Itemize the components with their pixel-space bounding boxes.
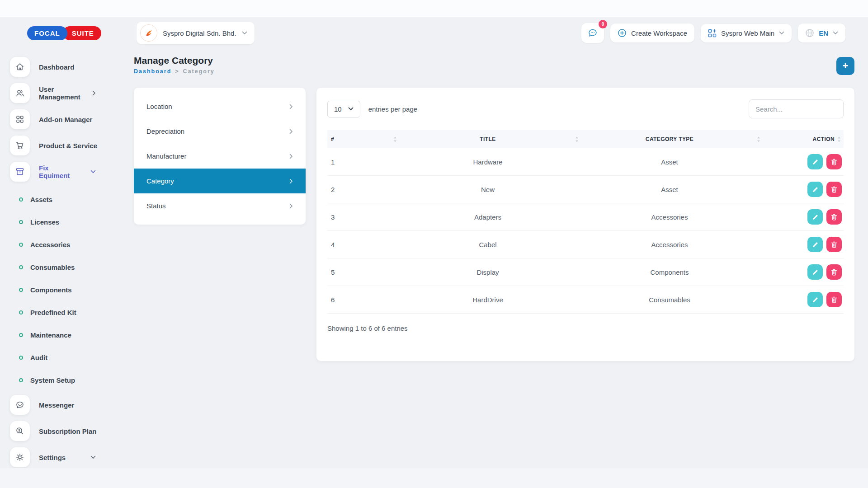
row-number: 3 xyxy=(329,213,397,221)
chevron-down-icon xyxy=(348,107,354,111)
sort-icon xyxy=(393,136,397,142)
edit-button[interactable] xyxy=(807,237,823,252)
chevron-right-icon xyxy=(289,178,293,184)
sidebar-subitem-licenses[interactable]: Licenses xyxy=(10,211,108,233)
chevron-down-icon xyxy=(90,455,96,459)
sidebar-subitem-accessories[interactable]: Accessories xyxy=(10,233,108,256)
submenu-item-category[interactable]: Category xyxy=(134,169,306,193)
delete-button[interactable] xyxy=(826,237,842,252)
create-workspace-label: Create Workspace xyxy=(631,29,687,37)
row-category-type: Asset xyxy=(579,186,760,193)
submenu-item-status[interactable]: Status xyxy=(134,193,306,218)
sidebar-subitem-label: Accessories xyxy=(30,241,70,249)
sidebar-item-label: Fix Equiment xyxy=(39,164,81,179)
delete-button[interactable] xyxy=(826,209,842,225)
sidebar-item-messenger[interactable]: Messenger xyxy=(10,395,108,415)
sidebar-subitem-predefined-kit[interactable]: Predefined Kit xyxy=(10,301,108,324)
submenu-item-manufacturer[interactable]: Manufacturer xyxy=(134,144,306,169)
sidebar-subitem-audit[interactable]: Audit xyxy=(10,346,108,369)
row-category-type: Asset xyxy=(579,158,760,166)
subscription-search-icon: $ xyxy=(10,421,30,441)
submenu-item-label: Status xyxy=(146,202,166,210)
company-name: Syspro Digital Sdn. Bhd. xyxy=(163,29,236,37)
sidebar-item-product-service[interactable]: Product & Service xyxy=(10,136,108,155)
sidebar-subitem-label: Maintenance xyxy=(30,331,71,339)
sidebar-item-user-management[interactable]: User Management xyxy=(10,83,108,103)
edit-button[interactable] xyxy=(807,182,823,197)
submenu-item-depreciation[interactable]: Depreciation xyxy=(134,119,306,144)
home-icon xyxy=(10,57,30,77)
bullet-icon xyxy=(19,310,23,314)
row-category-type: Accessories xyxy=(579,213,760,221)
bullet-icon xyxy=(19,220,23,224)
delete-button[interactable] xyxy=(826,154,842,169)
bullet-icon xyxy=(19,265,23,269)
bullet-icon xyxy=(19,356,23,360)
category-submenu: Location Depreciation Manufacturer Categ… xyxy=(134,88,306,225)
users-icon xyxy=(10,83,30,103)
column-header-category-type[interactable]: CATEGORY TYPE xyxy=(579,136,760,142)
pencil-icon xyxy=(812,241,819,248)
svg-text:$: $ xyxy=(19,429,20,432)
chat-button[interactable]: 0 xyxy=(581,23,604,43)
edit-button[interactable] xyxy=(807,264,823,280)
column-header-label: TITLE xyxy=(480,136,495,142)
sidebar-subitem-system-setup[interactable]: System Setup xyxy=(10,369,108,391)
cart-icon xyxy=(10,136,30,155)
row-title: HardDrive xyxy=(397,296,579,304)
table-row: 2 New Asset xyxy=(327,176,844,203)
workspace-selector[interactable]: Syspro Web Main xyxy=(701,24,792,42)
sort-icon xyxy=(575,136,579,142)
pencil-icon xyxy=(812,186,819,193)
edit-button[interactable] xyxy=(807,154,823,169)
pencil-icon xyxy=(812,269,819,276)
sidebar-subitem-label: Components xyxy=(30,286,72,294)
column-header-title[interactable]: TITLE xyxy=(397,136,579,142)
delete-button[interactable] xyxy=(826,264,842,280)
breadcrumb-current: Category xyxy=(183,68,215,75)
create-workspace-button[interactable]: Create Workspace xyxy=(610,23,694,42)
edit-button[interactable] xyxy=(807,292,823,307)
row-title: Hardware xyxy=(397,158,579,166)
archive-box-icon xyxy=(10,162,30,182)
sidebar-item-subscription-plan[interactable]: $ Subscription Plan xyxy=(10,421,108,441)
language-selector[interactable]: EN xyxy=(798,23,845,42)
language-label: EN xyxy=(819,29,828,37)
entries-per-page-select[interactable]: 10 xyxy=(327,101,360,117)
table-row: 5 Display Components xyxy=(327,258,844,286)
trash-icon xyxy=(831,214,837,221)
workspace-selector-label: Syspro Web Main xyxy=(721,29,774,37)
company-selector[interactable]: Syspro Digital Sdn. Bhd. xyxy=(137,22,255,44)
submenu-item-location[interactable]: Location xyxy=(134,94,306,119)
trash-icon xyxy=(831,186,837,193)
column-header-action[interactable]: ACTION xyxy=(760,136,842,142)
sidebar-subitem-assets[interactable]: Assets xyxy=(10,188,108,211)
sidebar-subitem-maintenance[interactable]: Maintenance xyxy=(10,324,108,346)
add-category-button[interactable]: + xyxy=(836,57,854,75)
chat-icon xyxy=(588,28,598,38)
gear-icon xyxy=(10,447,30,467)
sidebar-item-label: Messenger xyxy=(39,401,74,409)
breadcrumb: Dashboard > Category xyxy=(134,68,215,75)
search-input[interactable] xyxy=(749,99,844,118)
sidebar-item-addon-manager[interactable]: Add-on Manager xyxy=(10,109,108,129)
sidebar-item-dashboard[interactable]: Dashboard xyxy=(10,57,108,77)
entries-per-page-value: 10 xyxy=(334,105,342,113)
delete-button[interactable] xyxy=(826,182,842,197)
grid-plus-icon xyxy=(708,29,717,38)
breadcrumb-dashboard-link[interactable]: Dashboard xyxy=(134,68,171,75)
pencil-icon xyxy=(812,296,819,303)
sidebar-item-fix-equiment[interactable]: Fix Equiment xyxy=(10,162,108,182)
app-header: FOCAL SUITE Syspro Digital Sdn. Bhd. 0 xyxy=(0,17,868,49)
column-header-label: CATEGORY TYPE xyxy=(646,136,693,142)
column-header-label: ACTION xyxy=(813,136,835,142)
sidebar-subitem-components[interactable]: Components xyxy=(10,278,108,301)
column-header-num[interactable]: # xyxy=(329,136,397,142)
delete-button[interactable] xyxy=(826,292,842,307)
sidebar-item-settings[interactable]: Settings xyxy=(10,447,108,467)
trash-icon xyxy=(831,241,837,248)
sidebar-subitem-consumables[interactable]: Consumables xyxy=(10,256,108,278)
chevron-down-icon xyxy=(242,31,247,35)
entries-per-page-label: entries per page xyxy=(368,105,417,113)
edit-button[interactable] xyxy=(807,209,823,225)
